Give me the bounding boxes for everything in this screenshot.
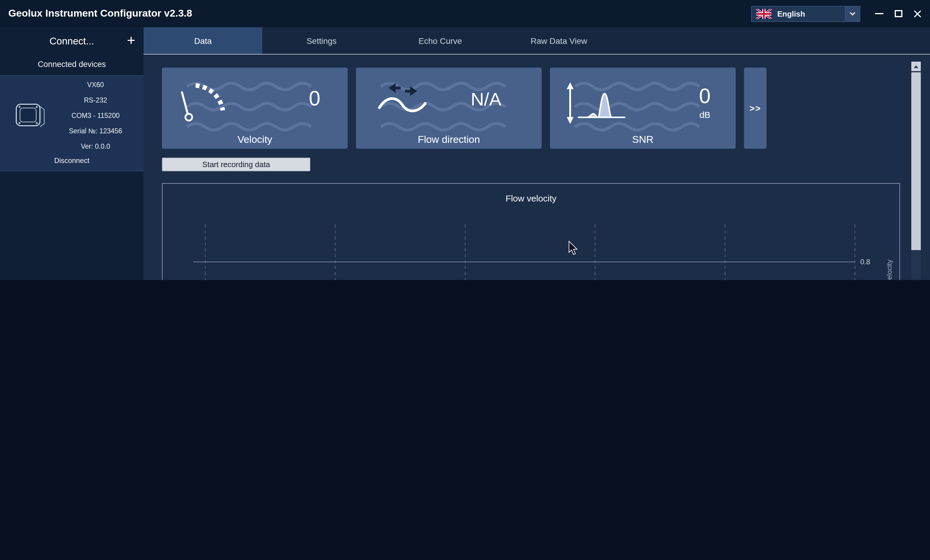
sidebar: Connect... + Connected devices VX60 RS-2… xyxy=(0,27,143,280)
connected-devices-heading: Connected devices xyxy=(0,60,143,71)
snr-label: SNR xyxy=(550,134,736,146)
flow-direction-icon xyxy=(376,82,430,120)
snr-unit: dB xyxy=(692,110,718,120)
velocity-gauge-icon xyxy=(179,75,229,128)
device-port: COM3 - 115200 xyxy=(48,108,143,123)
scrollbar-thumb[interactable] xyxy=(911,72,921,250)
velocity-card: 0 Velocity xyxy=(162,68,348,149)
maximize-button[interactable] xyxy=(889,0,908,27)
tab-bar: Data Settings Echo Curve Raw Data View xyxy=(143,27,930,55)
device-icon xyxy=(13,100,48,130)
flow-velocity-chart: 4:40:13 PM4:41:13 PM4:42:13 PM4:43:13 PM… xyxy=(163,184,901,280)
tab-settings[interactable]: Settings xyxy=(262,27,381,54)
expand-icon: >> xyxy=(749,103,761,113)
language-selector[interactable]: English xyxy=(751,6,860,21)
flow-direction-value: N/A xyxy=(471,89,501,110)
snr-peak-icon xyxy=(565,82,628,124)
start-recording-button[interactable]: Start recording data xyxy=(162,158,310,171)
window-title: Geolux Instrument Configurator v2.3.8 xyxy=(0,8,192,20)
minimize-icon xyxy=(875,13,884,14)
disconnect-button[interactable]: Disconnect xyxy=(0,154,143,171)
language-label: English xyxy=(777,9,845,18)
device-version: Ver: 0.0.0 xyxy=(48,139,143,154)
add-device-button[interactable]: + xyxy=(127,27,135,53)
scroll-up-button[interactable] xyxy=(911,61,921,71)
flow-velocity-chart-panel: Flow velocity 4:40:13 PM4:41:13 PM4:42:1… xyxy=(162,183,900,280)
arrow-up-icon xyxy=(914,65,918,68)
snr-card: 0 dB SNR xyxy=(550,68,736,149)
metric-cards: 0 Velocity xyxy=(162,68,767,149)
expand-cards-button[interactable]: >> xyxy=(744,68,767,149)
device-model: VX60 xyxy=(48,77,143,92)
svg-text:0.8: 0.8 xyxy=(860,258,870,266)
close-button[interactable] xyxy=(908,0,927,27)
flow-direction-card: N/A Flow direction xyxy=(356,68,542,149)
tab-raw-data-view[interactable]: Raw Data View xyxy=(500,27,618,54)
flow-velocity-y-axis-label: Flow velocity xyxy=(885,259,893,280)
snr-value: 0 xyxy=(692,84,718,108)
device-serial: Serial №: 123456 xyxy=(48,123,143,139)
chevron-down-icon[interactable] xyxy=(845,6,860,21)
connect-button[interactable]: Connect... xyxy=(0,27,143,55)
device-card[interactable]: VX60 RS-232 COM3 - 115200 Serial №: 1234… xyxy=(0,75,143,171)
uk-flag-icon xyxy=(756,9,772,19)
velocity-label: Velocity xyxy=(162,134,348,146)
tab-echo-curve[interactable]: Echo Curve xyxy=(381,27,500,54)
maximize-icon xyxy=(895,10,902,17)
minimize-button[interactable] xyxy=(870,0,889,27)
titlebar: Geolux Instrument Configurator v2.3.8 En… xyxy=(0,0,930,27)
close-icon xyxy=(913,9,922,18)
app-window: Geolux Instrument Configurator v2.3.8 En… xyxy=(0,0,930,280)
velocity-value: 0 xyxy=(309,86,320,110)
main-area: Data Settings Echo Curve Raw Data View xyxy=(143,27,930,280)
device-connection: RS-232 xyxy=(48,92,143,108)
data-tab-content: 0 Velocity xyxy=(143,55,930,280)
vertical-scrollbar[interactable] xyxy=(911,61,921,280)
flow-direction-label: Flow direction xyxy=(356,134,542,146)
tab-data[interactable]: Data xyxy=(143,27,262,54)
